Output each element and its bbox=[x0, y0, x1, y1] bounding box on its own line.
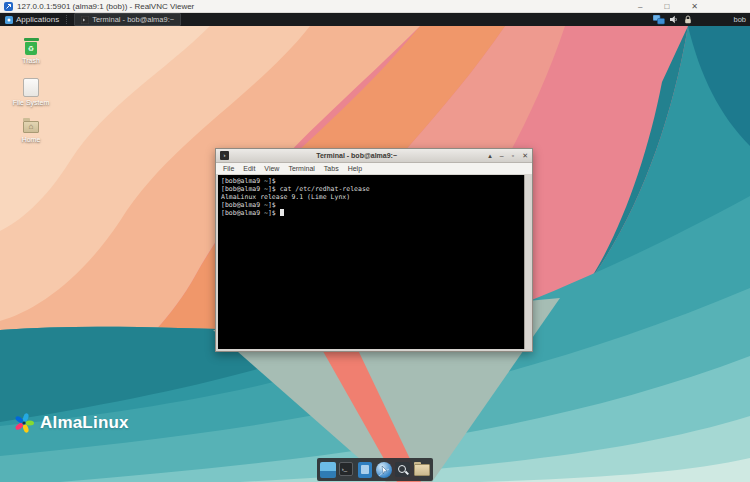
folder-icon bbox=[414, 464, 430, 476]
desktop-icon-label: File System bbox=[13, 99, 50, 106]
dock-app-finder-button[interactable] bbox=[395, 462, 411, 478]
desktop-icon-label: Home bbox=[22, 136, 41, 143]
vnc-titlebar[interactable]: 127.0.0.1:5901 (alma9:1 (bob)) - RealVNC… bbox=[0, 0, 750, 13]
menu-help[interactable]: Help bbox=[348, 165, 362, 172]
magnifier-icon bbox=[395, 462, 410, 477]
menu-tabs[interactable]: Tabs bbox=[324, 165, 339, 172]
show-desktop-icon bbox=[320, 462, 336, 478]
volume-tray-icon[interactable] bbox=[670, 15, 679, 24]
terminal-cursor bbox=[280, 209, 285, 216]
file-system-icon bbox=[23, 78, 39, 97]
taskbar-terminal-icon bbox=[81, 16, 89, 24]
text-editor-icon bbox=[358, 462, 372, 478]
applications-menu-icon bbox=[5, 16, 13, 24]
almalinux-logo-icon bbox=[13, 412, 35, 434]
home-folder-icon: ⌂ bbox=[23, 121, 39, 134]
system-tray bbox=[653, 13, 692, 26]
screen: 127.0.0.1:5901 (alma9:1 (bob)) - RealVNC… bbox=[0, 0, 750, 482]
terminal-close-button[interactable]: ✕ bbox=[522, 149, 528, 163]
dock-terminal-button[interactable]: ›_ bbox=[339, 462, 355, 478]
network-tray-icon[interactable] bbox=[653, 15, 665, 25]
dock-web-browser-button[interactable] bbox=[376, 462, 392, 478]
terminal-minimize-button[interactable]: – bbox=[500, 149, 504, 163]
vnc-close-button[interactable]: ✕ bbox=[691, 0, 698, 13]
panel-username: bob bbox=[733, 13, 746, 26]
terminal-line: [bob@alma9 ~]$ bbox=[221, 201, 524, 209]
terminal-line: [bob@alma9 ~]$ cat /etc/redhat-release bbox=[221, 185, 524, 193]
taskbar-terminal-label: Terminal - bob@alma9:~ bbox=[92, 15, 174, 24]
desktop-icon-home[interactable]: ⌂ Home bbox=[8, 118, 54, 143]
terminal-line: AlmaLinux release 9.1 (Lime Lynx) bbox=[221, 193, 524, 201]
terminal-window: › Terminal - bob@alma9:~ ▴ – ▫ ✕ File Ed… bbox=[215, 148, 533, 352]
vnc-minimize-button[interactable]: – bbox=[638, 0, 642, 13]
top-panel: Applications Terminal - bob@alma9:~ bob bbox=[0, 13, 750, 26]
desktop-icon-file-system[interactable]: File System bbox=[8, 78, 54, 106]
terminal-prompt-line: [bob@alma9 ~]$ bbox=[221, 209, 524, 217]
terminal-line: [bob@alma9 ~]$ bbox=[221, 177, 524, 185]
vnc-window-title: 127.0.0.1:5901 (alma9:1 (bob)) - RealVNC… bbox=[17, 2, 194, 11]
terminal-titlebar[interactable]: › Terminal - bob@alma9:~ ▴ – ▫ ✕ bbox=[216, 149, 532, 163]
terminal-window-icon: › bbox=[220, 151, 229, 160]
dock-file-manager-button[interactable] bbox=[414, 462, 430, 478]
web-browser-globe-icon bbox=[376, 462, 392, 478]
trash-icon: ♻ bbox=[24, 38, 39, 55]
dock: ›_ bbox=[317, 458, 433, 481]
show-desktop-button[interactable] bbox=[320, 462, 336, 478]
terminal-window-title: Terminal - bob@alma9:~ bbox=[229, 152, 484, 159]
terminal-menubar: File Edit View Terminal Tabs Help bbox=[216, 163, 532, 175]
terminal-dock-icon: ›_ bbox=[339, 462, 353, 476]
terminal-maximize-button[interactable]: ▫ bbox=[512, 149, 514, 163]
almalinux-logo: AlmaLinux bbox=[13, 412, 129, 434]
menu-file[interactable]: File bbox=[223, 165, 234, 172]
terminal-scrollbar[interactable] bbox=[524, 175, 530, 349]
almalinux-logo-text: AlmaLinux bbox=[40, 413, 129, 433]
menu-edit[interactable]: Edit bbox=[243, 165, 255, 172]
dock-text-editor-button[interactable] bbox=[358, 462, 374, 478]
menu-terminal[interactable]: Terminal bbox=[288, 165, 314, 172]
terminal-screen[interactable]: [bob@alma9 ~]$ [bob@alma9 ~]$ cat /etc/r… bbox=[218, 175, 524, 349]
realvnc-logo-icon bbox=[4, 2, 13, 11]
applications-menu-button[interactable]: Applications bbox=[0, 13, 64, 26]
terminal-shade-button[interactable]: ▴ bbox=[488, 149, 492, 163]
desktop[interactable]: ♻ Trash File System ⌂ Home › Terminal - … bbox=[0, 26, 750, 482]
applications-menu-label: Applications bbox=[16, 15, 59, 24]
menu-view[interactable]: View bbox=[264, 165, 279, 172]
desktop-icon-label: Trash bbox=[22, 57, 40, 64]
vnc-maximize-button[interactable]: □ bbox=[664, 0, 669, 13]
panel-separator bbox=[66, 15, 68, 24]
taskbar-terminal-button[interactable]: Terminal - bob@alma9:~ bbox=[74, 13, 181, 26]
lock-tray-icon[interactable] bbox=[684, 15, 692, 24]
desktop-icon-trash[interactable]: ♻ Trash bbox=[8, 38, 54, 64]
